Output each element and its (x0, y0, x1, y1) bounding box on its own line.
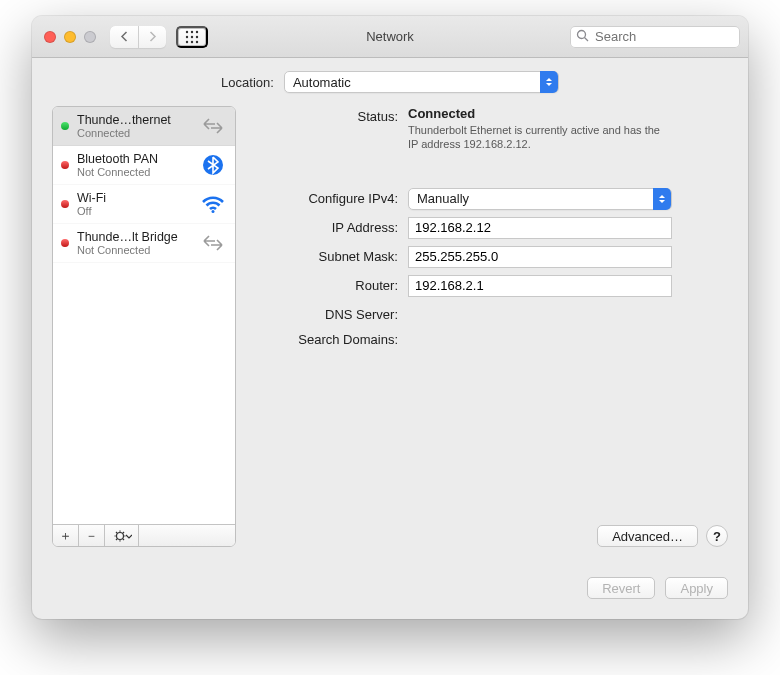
action-menu-button[interactable] (105, 525, 139, 546)
svg-point-4 (191, 35, 193, 37)
nav-segmented (110, 26, 166, 48)
status-dot-icon (61, 200, 69, 208)
sidebar-item-sub: Not Connected (77, 244, 191, 256)
router-label: Router: (248, 275, 398, 293)
revert-button[interactable]: Revert (587, 577, 655, 599)
svg-line-10 (585, 37, 589, 41)
svg-point-6 (186, 40, 188, 42)
minimize-window-icon[interactable] (64, 31, 76, 43)
advanced-row: Advanced… ? (597, 525, 728, 547)
detail-panel: Status: Connected Thunderbolt Ethernet i… (248, 106, 728, 547)
status-block: Connected Thunderbolt Ethernet is curren… (408, 106, 728, 152)
popup-chevron-icon (540, 71, 558, 93)
svg-point-9 (578, 30, 586, 38)
popup-chevron-icon (653, 188, 671, 210)
close-window-icon[interactable] (44, 31, 56, 43)
dns-server-label: DNS Server: (248, 304, 398, 322)
titlebar: Network (32, 16, 748, 58)
svg-line-19 (123, 539, 124, 540)
services-list: Thunde…thernetConnectedBluetooth PANNot … (53, 107, 235, 524)
location-value: Automatic (293, 75, 351, 90)
svg-point-1 (191, 30, 193, 32)
sidebar-item-name: Bluetooth PAN (77, 152, 191, 166)
sidebar-item-3[interactable]: Thunde…lt BridgeNot Connected (53, 224, 235, 263)
svg-point-3 (186, 35, 188, 37)
sidebar-item-sub: Not Connected (77, 166, 191, 178)
sidebar-item-text: Bluetooth PANNot Connected (77, 152, 191, 178)
sidebar-item-0[interactable]: Thunde…thernetConnected (53, 107, 235, 146)
apply-button[interactable]: Apply (665, 577, 728, 599)
sidebar-item-name: Thunde…thernet (77, 113, 191, 127)
ethernet-icon (199, 114, 227, 138)
status-dot-icon (61, 122, 69, 130)
svg-point-12 (212, 210, 215, 213)
sidebar-item-name: Thunde…lt Bridge (77, 230, 191, 244)
preferences-window: Network Location: Automatic Thunde…thern… (32, 16, 748, 619)
advanced-button[interactable]: Advanced… (597, 525, 698, 547)
svg-line-18 (116, 532, 117, 533)
services-sidebar: Thunde…thernetConnectedBluetooth PANNot … (52, 106, 236, 547)
status-description: Thunderbolt Ethernet is currently active… (408, 123, 668, 152)
search-field[interactable] (570, 26, 740, 48)
sidebar-item-sub: Off (77, 205, 191, 217)
location-label: Location: (221, 75, 274, 90)
configure-ipv4-popup[interactable]: Manually (408, 188, 672, 210)
ip-address-input[interactable] (408, 217, 672, 239)
form: Status: Connected Thunderbolt Ethernet i… (248, 106, 728, 347)
configure-ipv4-value: Manually (417, 191, 469, 206)
sidebar-item-text: Thunde…thernetConnected (77, 113, 191, 139)
ethernet-icon (199, 231, 227, 255)
router-input[interactable] (408, 275, 672, 297)
location-row: Location: Automatic (32, 58, 748, 106)
svg-line-20 (123, 532, 124, 533)
svg-point-7 (191, 40, 193, 42)
status-value: Connected (408, 106, 728, 121)
back-button[interactable] (110, 26, 138, 48)
bluetooth-icon (199, 153, 227, 177)
status-dot-icon (61, 161, 69, 169)
wifi-icon (199, 192, 227, 216)
remove-service-button[interactable]: － (79, 525, 105, 546)
svg-point-0 (186, 30, 188, 32)
svg-point-13 (116, 532, 123, 539)
bottom-bar: Revert Apply (52, 577, 728, 599)
sidebar-item-name: Wi-Fi (77, 191, 191, 205)
svg-point-5 (196, 35, 198, 37)
sidebar-footer: ＋ － (53, 524, 235, 546)
forward-button[interactable] (138, 26, 166, 48)
traffic-lights (40, 31, 96, 43)
sidebar-item-sub: Connected (77, 127, 191, 139)
body: Thunde…thernetConnectedBluetooth PANNot … (52, 106, 728, 547)
ip-address-label: IP Address: (248, 217, 398, 235)
help-button[interactable]: ? (706, 525, 728, 547)
spacer (248, 159, 728, 181)
location-popup[interactable]: Automatic (284, 71, 559, 93)
sidebar-item-2[interactable]: Wi-FiOff (53, 185, 235, 224)
svg-line-21 (116, 539, 117, 540)
subnet-mask-label: Subnet Mask: (248, 246, 398, 264)
sidebar-item-text: Thunde…lt BridgeNot Connected (77, 230, 191, 256)
svg-point-8 (196, 40, 198, 42)
search-domains-label: Search Domains: (248, 329, 398, 347)
search-icon (576, 29, 589, 45)
configure-ipv4-label: Configure IPv4: (248, 188, 398, 206)
search-input[interactable] (593, 28, 748, 45)
sidebar-item-1[interactable]: Bluetooth PANNot Connected (53, 146, 235, 185)
status-dot-icon (61, 239, 69, 247)
zoom-window-icon[interactable] (84, 31, 96, 43)
show-all-button[interactable] (176, 26, 208, 48)
subnet-mask-input[interactable] (408, 246, 672, 268)
add-service-button[interactable]: ＋ (53, 525, 79, 546)
status-label: Status: (248, 106, 398, 124)
svg-point-2 (196, 30, 198, 32)
sidebar-item-text: Wi-FiOff (77, 191, 191, 217)
